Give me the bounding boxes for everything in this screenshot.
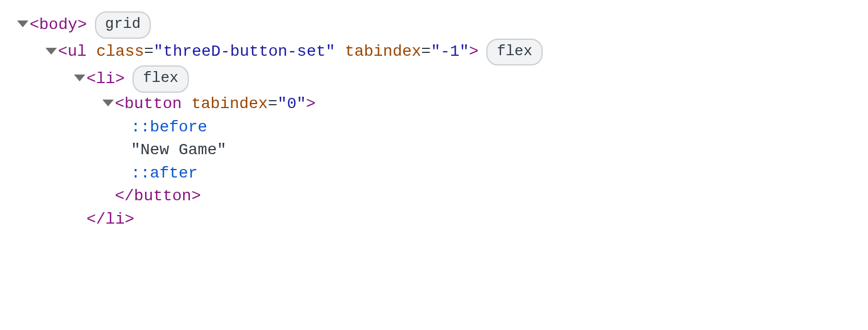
dom-node-body[interactable]: <body> grid [17,11,851,39]
tag-name: button [125,93,182,116]
layout-badge[interactable]: flex [486,39,542,66]
tag-open-punct: < [58,40,68,64]
text-content: "New Game" [131,139,226,162]
tag-name: li [106,208,125,232]
tag-close-punct: > [191,185,201,208]
tag-close-punct: > [115,68,125,91]
attr-eq: = [144,40,154,64]
tag-open-punct: </ [115,185,134,208]
dom-node-li[interactable]: <li> flex [17,65,851,93]
attr-name: tabindex [345,40,421,64]
layout-badge[interactable]: flex [133,65,188,93]
attr-eq: = [268,93,278,116]
tag-open-punct: < [115,93,125,116]
expand-arrow-icon[interactable] [102,100,114,106]
tag-name: li [96,68,115,91]
dom-close-button[interactable]: </button> [17,185,851,208]
dom-pseudo-after[interactable]: ::after [17,162,851,185]
dom-node-button[interactable]: <button tabindex="0"> [17,93,851,116]
attr-value: "-1" [431,40,469,64]
dom-pseudo-before[interactable]: ::before [17,116,851,139]
attr-name: tabindex [191,93,267,116]
tag-close-punct: > [125,208,134,232]
tag-name: ul [68,40,87,64]
tag-open-punct: < [86,68,96,91]
pseudo-element: ::before [131,116,207,139]
expand-arrow-icon[interactable] [17,20,28,27]
dom-text-node[interactable]: "New Game" [17,139,851,162]
expand-arrow-icon[interactable] [46,48,57,55]
tag-close-punct: > [77,14,87,37]
tag-open-punct: < [30,14,39,37]
attr-value: "threeD-button-set" [154,40,335,64]
tag-close-punct: > [306,93,316,116]
attr-name: class [96,40,144,64]
expand-arrow-icon[interactable] [74,75,85,81]
tag-open-punct: </ [86,208,106,232]
tag-close-punct: > [469,40,479,64]
dom-close-li[interactable]: </li> [17,208,851,232]
layout-badge[interactable]: grid [95,11,151,39]
tag-name: body [39,14,77,37]
dom-node-ul[interactable]: <ul class="threeD-button-set" tabindex="… [17,39,851,66]
attr-eq: = [421,40,431,64]
pseudo-element: ::after [131,162,198,185]
attr-value: "0" [278,93,306,116]
tag-name: button [134,185,192,208]
